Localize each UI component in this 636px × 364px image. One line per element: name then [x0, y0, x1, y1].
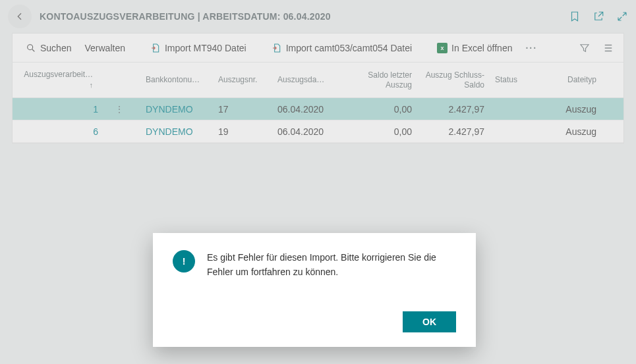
search-icon — [26, 43, 36, 53]
col-saldo-close[interactable]: Auszug Schluss-Saldo — [417, 66, 490, 94]
row-type: Auszug — [536, 126, 602, 137]
toolbar: Suchen Verwalten Import MT940 Datei Impo… — [13, 34, 623, 63]
data-grid: Auszugsverarbeit… ↑ Bankkontonu… Auszugs… — [13, 63, 623, 143]
grid-header: Auszugsverarbeit… ↑ Bankkontonu… Auszugs… — [13, 63, 623, 98]
col-auszugsnr[interactable]: Auszugsnr. — [213, 71, 272, 89]
alert-icon: ! — [173, 250, 195, 273]
search-action[interactable]: Suchen — [22, 40, 75, 56]
row-id[interactable]: 1 — [13, 104, 98, 115]
row-bank[interactable]: DYNDEMO — [140, 126, 213, 137]
excel-icon: x — [437, 43, 448, 53]
import-camt-action[interactable]: Import camt053/camt054 Datei — [268, 40, 416, 56]
row-saldo-prev: 0,00 — [345, 104, 417, 115]
col-status[interactable]: Status — [490, 71, 536, 89]
expand-icon[interactable] — [616, 11, 628, 22]
col-dateityp[interactable]: Dateityp — [536, 71, 602, 89]
import-mt940-action[interactable]: Import MT940 Datei — [146, 40, 250, 56]
col-bankkonto[interactable]: Bankkontonu… — [140, 71, 213, 89]
open-excel-action[interactable]: x In Excel öffnen — [433, 40, 516, 56]
toolbar-right — [579, 42, 614, 54]
filter-icon[interactable] — [579, 42, 591, 54]
header-actions — [569, 11, 628, 22]
table-row[interactable]: 6 DYNDEMO 19 06.04.2020 0,00 2.427,97 Au… — [13, 120, 623, 143]
table-row[interactable]: 1 ⋮ DYNDEMO 17 06.04.2020 0,00 2.427,97 … — [13, 98, 623, 120]
search-label: Suchen — [40, 43, 71, 53]
open-excel-label: In Excel öffnen — [451, 43, 512, 53]
page-root: KONTOAUSZUGSVERARBEITUNG | ARBEITSDATUM:… — [0, 0, 636, 364]
row-actions-icon[interactable]: ⋮ — [98, 105, 140, 114]
bookmark-icon[interactable] — [569, 11, 581, 22]
row-date: 06.04.2020 — [272, 126, 345, 137]
svg-point-0 — [28, 44, 33, 49]
col-auszugsverarbeit[interactable]: Auszugsverarbeit… ↑ — [13, 66, 98, 94]
back-button[interactable] — [8, 5, 32, 28]
row-saldo-prev: 0,00 — [345, 126, 417, 137]
manage-label: Verwalten — [84, 43, 125, 53]
error-dialog: ! Es gibt Fehler für diesen Import. Bitt… — [153, 233, 476, 347]
import-camt-label: Import camt053/camt054 Datei — [286, 43, 412, 53]
col-saldo-prev[interactable]: Saldo letzter Auszug — [345, 66, 417, 94]
page-header: KONTOAUSZUGSVERARBEITUNG | ARBEITSDATUM:… — [0, 0, 636, 33]
page-title: KONTOAUSZUGSVERARBEITUNG | ARBEITSDATUM:… — [40, 11, 331, 22]
popout-icon[interactable] — [593, 11, 604, 22]
dialog-message: Es gibt Fehler für diesen Import. Bitte … — [207, 250, 456, 280]
row-type: Auszug — [536, 104, 602, 115]
manage-action[interactable]: Verwalten — [80, 40, 129, 56]
content-card: Suchen Verwalten Import MT940 Datei Impo… — [12, 33, 624, 143]
sort-asc-icon: ↑ — [18, 81, 93, 90]
row-bank[interactable]: DYNDEMO — [140, 104, 213, 115]
row-saldo-close: 2.427,97 — [417, 104, 490, 115]
file-import-icon — [150, 43, 161, 53]
row-saldo-close: 2.427,97 — [417, 126, 490, 137]
arrow-left-icon — [14, 11, 25, 22]
import-mt940-label: Import MT940 Datei — [165, 43, 246, 53]
row-date: 06.04.2020 — [272, 104, 345, 115]
row-id[interactable]: 6 — [13, 126, 98, 137]
col-auszugsdatum[interactable]: Auszugsda… — [272, 71, 345, 89]
row-nr: 17 — [213, 104, 272, 115]
file-import-icon — [272, 43, 282, 53]
list-view-icon[interactable] — [602, 42, 614, 54]
row-nr: 19 — [213, 126, 272, 137]
ok-button[interactable]: OK — [403, 311, 456, 332]
more-actions[interactable]: ··· — [521, 43, 541, 53]
